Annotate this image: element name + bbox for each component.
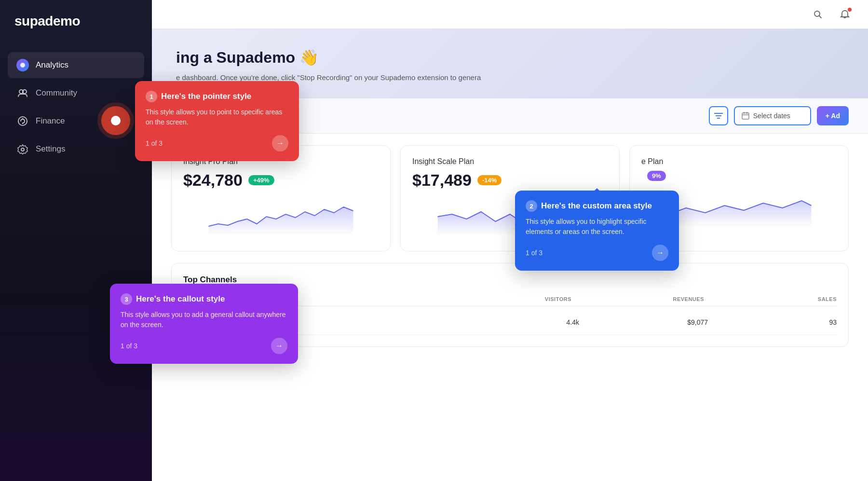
tooltip-custom-area-text: This style allows you to highlight speci… — [526, 217, 668, 237]
main-content: ing a Supademo 👋 e dashboard. Once you'r… — [152, 0, 868, 481]
svg-line-8 — [819, 15, 822, 18]
tooltip-pointer-counter: 1 of 3 — [146, 139, 163, 147]
tooltip-pointer: 1 Here's the pointer style This style al… — [135, 81, 299, 161]
sparkline-pro — [183, 197, 379, 236]
card-badge-scale: -14% — [477, 175, 502, 185]
tooltip-pointer-badge: 1 — [146, 91, 157, 102]
tooltip-custom-area-counter: 1 of 3 — [526, 249, 542, 257]
card-value-pro: $24,780 — [183, 171, 243, 190]
card-badge-third: 9% — [647, 171, 666, 181]
card-value-row-third: 9% — [641, 171, 837, 181]
channel-revenues: $9,077 — [584, 318, 708, 326]
sidebar-item-analytics[interactable]: Analytics — [8, 52, 144, 78]
search-icon[interactable] — [809, 6, 827, 23]
channel-sales: 93 — [713, 318, 837, 326]
finance-icon — [16, 115, 29, 127]
sidebar-item-analytics-label: Analytics — [36, 60, 68, 70]
add-button-label: + Ad — [826, 112, 840, 120]
channel-visitors: 4.4k — [455, 318, 579, 326]
card-title-scale: Insight Scale Plan — [412, 157, 608, 166]
notifications-icon[interactable] — [836, 6, 854, 23]
sidebar-item-community-label: Community — [36, 88, 77, 98]
add-button[interactable]: + Ad — [817, 106, 849, 125]
sidebar: supademo Analytics — [0, 0, 152, 481]
tooltip-callout-footer: 1 of 3 → — [121, 338, 287, 354]
channels-title: Top Channels — [183, 275, 837, 285]
col-sales-header: SALES — [709, 296, 837, 302]
tooltip-custom-area-badge: 2 — [526, 200, 537, 212]
sidebar-item-finance-label: Finance — [36, 116, 65, 126]
card-value-row-pro: $24,780 +49% — [183, 171, 379, 190]
notification-dot — [848, 8, 852, 12]
svg-point-6 — [21, 148, 24, 151]
record-inner-circle — [111, 116, 121, 125]
card-title-third: e Plan — [641, 157, 837, 166]
tooltip-callout-title: 3 Here's the callout style — [121, 293, 287, 305]
tooltip-callout-counter: 1 of 3 — [121, 342, 137, 350]
record-button-area — [101, 106, 130, 135]
filter-button[interactable] — [709, 106, 728, 125]
header — [152, 0, 868, 29]
tooltip-custom-area: 2 Here's the custom area style This styl… — [515, 191, 679, 271]
tooltip-pointer-footer: 1 of 3 → — [146, 135, 288, 151]
date-select[interactable]: Select dates — [734, 106, 811, 125]
tooltip-callout-next[interactable]: → — [271, 338, 287, 354]
svg-point-3 — [18, 117, 27, 125]
card-badge-pro: +49% — [248, 175, 274, 185]
date-select-label: Select dates — [753, 112, 790, 120]
sidebar-item-settings[interactable]: Settings — [8, 136, 144, 162]
tooltip-pointer-next[interactable]: → — [272, 135, 288, 151]
tooltip-pointer-text: This style allows you to point to specif… — [146, 107, 288, 127]
col-revenues-header: REVENUES — [576, 296, 704, 302]
app-logo: supademo — [0, 0, 152, 42]
tooltip-custom-area-title: 2 Here's the custom area style — [526, 200, 668, 212]
tooltip-custom-area-footer: 1 of 3 → — [526, 245, 668, 261]
hero-title: ing a Supademo 👋 — [176, 48, 844, 67]
sidebar-item-community[interactable]: Community — [8, 80, 144, 106]
tooltip-custom-area-next[interactable]: → — [652, 245, 668, 261]
tooltip-callout: 3 Here's the callout style This style al… — [110, 284, 298, 364]
community-icon — [16, 87, 29, 99]
tooltip-callout-badge: 3 — [121, 293, 132, 305]
analytics-icon — [16, 59, 29, 71]
card-value-scale: $17,489 — [412, 171, 472, 190]
tooltip-pointer-title: 1 Here's the pointer style — [146, 91, 288, 102]
card-value-row-scale: $17,489 -14% — [412, 171, 608, 190]
record-button[interactable] — [101, 106, 130, 135]
settings-icon — [16, 143, 29, 155]
col-visitors-header: VISITORS — [444, 296, 571, 302]
sidebar-item-settings-label: Settings — [36, 144, 65, 154]
svg-rect-12 — [742, 113, 749, 119]
tooltip-callout-text: This style allows you to add a general c… — [121, 310, 287, 330]
